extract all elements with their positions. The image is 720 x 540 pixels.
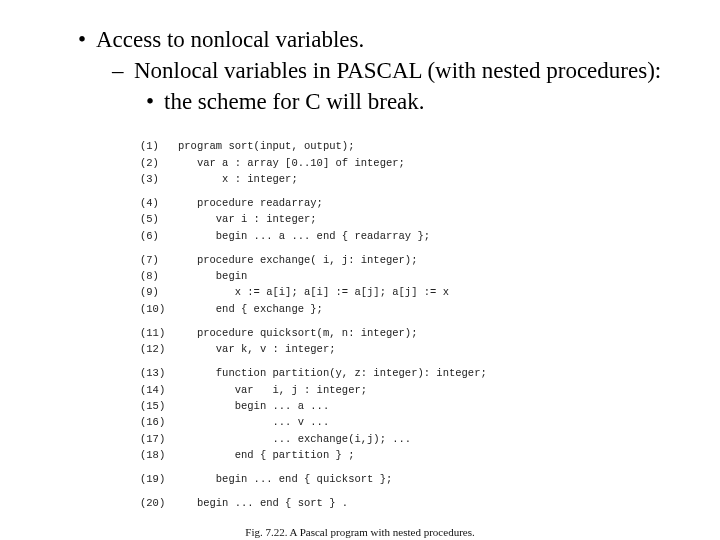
code-text: begin ... a ...: [178, 398, 329, 414]
bullet-level3-text: the scheme for C will break.: [164, 88, 425, 117]
code-figure: (1)program sort(input, output); (2) var …: [140, 138, 580, 540]
code-group-6: (19) begin ... end { quicksort };: [140, 471, 580, 487]
line-number: (3): [140, 171, 178, 187]
bullet-level1: • Access to nonlocal variables.: [78, 26, 670, 55]
code-text: var k, v : integer;: [178, 341, 336, 357]
line-number: (2): [140, 155, 178, 171]
line-number: (17): [140, 431, 178, 447]
code-line: (14) var i, j : integer;: [140, 382, 580, 398]
code-text: end { partition } ;: [178, 447, 354, 463]
bullet-dot-icon: •: [78, 26, 96, 55]
code-line: (20) begin ... end { sort } .: [140, 495, 580, 511]
code-group-2: (4) procedure readarray; (5) var i : int…: [140, 195, 580, 244]
line-number: (6): [140, 228, 178, 244]
code-line: (12) var k, v : integer;: [140, 341, 580, 357]
bullet-level2-text: Nonlocal variables in PASCAL (with neste…: [134, 57, 661, 86]
line-number: (18): [140, 447, 178, 463]
code-line: (6) begin ... a ... end { readarray };: [140, 228, 580, 244]
figure-caption: Fig. 7.22. A Pascal program with nested …: [140, 524, 580, 540]
code-line: (17) ... exchange(i,j); ...: [140, 431, 580, 447]
code-line: (16) ... v ...: [140, 414, 580, 430]
code-line: (10) end { exchange };: [140, 301, 580, 317]
code-line: (19) begin ... end { quicksort };: [140, 471, 580, 487]
code-text: program sort(input, output);: [178, 138, 354, 154]
bullet-level1-text: Access to nonlocal variables.: [96, 26, 364, 55]
line-number: (1): [140, 138, 178, 154]
code-text: procedure readarray;: [178, 195, 323, 211]
code-line: (13) function partition(y, z: integer): …: [140, 365, 580, 381]
code-line: (15) begin ... a ...: [140, 398, 580, 414]
line-number: (16): [140, 414, 178, 430]
line-number: (14): [140, 382, 178, 398]
code-line: (8) begin: [140, 268, 580, 284]
code-text: var a : array [0..10] of integer;: [178, 155, 405, 171]
code-group-7: (20) begin ... end { sort } .: [140, 495, 580, 511]
line-number: (9): [140, 284, 178, 300]
line-number: (7): [140, 252, 178, 268]
line-number: (8): [140, 268, 178, 284]
code-line: (3) x : integer;: [140, 171, 580, 187]
code-text: begin ... end { sort } .: [178, 495, 348, 511]
code-text: x : integer;: [178, 171, 298, 187]
bullet-level2: – Nonlocal variables in PASCAL (with nes…: [112, 57, 670, 86]
code-text: procedure exchange( i, j: integer);: [178, 252, 417, 268]
line-number: (20): [140, 495, 178, 511]
code-text: var i : integer;: [178, 211, 317, 227]
code-text: begin ... end { quicksort };: [178, 471, 392, 487]
code-line: (4) procedure readarray;: [140, 195, 580, 211]
code-text: x := a[i]; a[i] := a[j]; a[j] := x: [178, 284, 449, 300]
line-number: (4): [140, 195, 178, 211]
line-number: (11): [140, 325, 178, 341]
code-text: ... exchange(i,j); ...: [178, 431, 411, 447]
code-line: (2) var a : array [0..10] of integer;: [140, 155, 580, 171]
code-text: procedure quicksort(m, n: integer);: [178, 325, 417, 341]
line-number: (15): [140, 398, 178, 414]
code-group-3: (7) procedure exchange( i, j: integer); …: [140, 252, 580, 317]
line-number: (12): [140, 341, 178, 357]
code-text: function partition(y, z: integer): integ…: [178, 365, 487, 381]
line-number: (13): [140, 365, 178, 381]
bullet-level3: • the scheme for C will break.: [146, 88, 670, 117]
line-number: (10): [140, 301, 178, 317]
bullet-dash-icon: –: [112, 57, 134, 86]
line-number: (19): [140, 471, 178, 487]
code-line: (9) x := a[i]; a[i] := a[j]; a[j] := x: [140, 284, 580, 300]
code-text: end { exchange };: [178, 301, 323, 317]
code-line: (1)program sort(input, output);: [140, 138, 580, 154]
code-group-4: (11) procedure quicksort(m, n: integer);…: [140, 325, 580, 358]
code-group-1: (1)program sort(input, output); (2) var …: [140, 138, 580, 187]
code-text: begin ... a ... end { readarray };: [178, 228, 430, 244]
code-text: ... v ...: [178, 414, 329, 430]
code-line: (7) procedure exchange( i, j: integer);: [140, 252, 580, 268]
slide: • Access to nonlocal variables. – Nonloc…: [0, 0, 720, 540]
code-text: begin: [178, 268, 247, 284]
code-line: (11) procedure quicksort(m, n: integer);: [140, 325, 580, 341]
code-line: (5) var i : integer;: [140, 211, 580, 227]
code-group-5: (13) function partition(y, z: integer): …: [140, 365, 580, 463]
line-number: (5): [140, 211, 178, 227]
code-line: (18) end { partition } ;: [140, 447, 580, 463]
code-text: var i, j : integer;: [178, 382, 367, 398]
bullet-dot-icon: •: [146, 88, 164, 117]
